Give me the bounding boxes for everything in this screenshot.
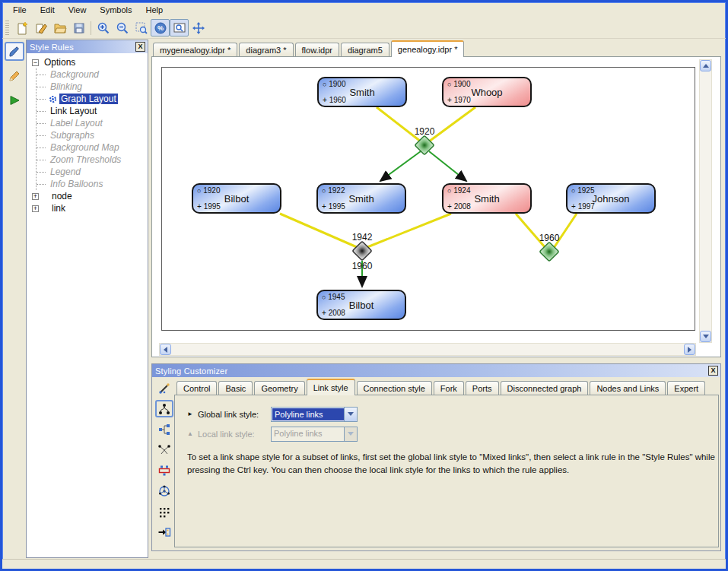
death-year: 1995 xyxy=(204,202,221,211)
tree-item-background-map[interactable]: Background Map xyxy=(37,141,148,154)
layout-grid-button[interactable] xyxy=(155,503,173,520)
menu-help[interactable]: Help xyxy=(139,4,170,17)
tree-item-info-balloons[interactable]: Info Balloons xyxy=(37,178,148,190)
tree-item-graph-layout[interactable]: Graph Layout xyxy=(37,93,148,105)
plus-box-icon[interactable]: + xyxy=(32,205,39,212)
minus-box-icon[interactable]: − xyxy=(32,59,39,66)
layout-circular-button[interactable] xyxy=(155,482,173,500)
customizer-tab-ports[interactable]: Ports xyxy=(466,381,499,395)
style-wand-button[interactable] xyxy=(155,379,173,397)
zoom-out-icon xyxy=(116,21,129,35)
death-icon: + xyxy=(197,202,202,211)
tree-item-subgraphs[interactable]: Subgraphs xyxy=(37,129,148,141)
person-node-smith-1924[interactable]: ○ 1924Smith+ 2008 xyxy=(442,183,532,214)
child-link[interactable] xyxy=(380,151,421,181)
menu-edit[interactable]: Edit xyxy=(33,4,62,17)
customizer-tab-geometry[interactable]: Geometry xyxy=(254,381,304,395)
zoom-percent-icon: % xyxy=(154,21,167,35)
tab-diagram5[interactable]: diagram5 xyxy=(341,43,389,57)
new-from-wizard-button[interactable] xyxy=(31,19,50,36)
zoom-percent-button[interactable]: % xyxy=(151,19,170,36)
union-node[interactable] xyxy=(352,241,371,260)
zoom-area-button[interactable] xyxy=(132,19,151,36)
tab-label: Nodes and Links xyxy=(596,384,659,393)
layout-bus-icon xyxy=(157,464,171,477)
person-node-johnson-1925[interactable]: ○ 1925Johnson+ 1997 xyxy=(566,183,656,214)
marriage-link[interactable] xyxy=(367,214,451,247)
person-node-whoop-1900[interactable]: ○ 1900Whoop+ 1970 xyxy=(442,77,532,107)
scroll-right-icon[interactable] xyxy=(684,344,695,355)
close-icon[interactable]: X xyxy=(135,42,145,52)
diagram-canvas[interactable]: 1920194219601960○ 1900Smith+ 1960○ 1900W… xyxy=(161,67,695,331)
tree-item-options[interactable]: −Options xyxy=(32,56,148,68)
tree-item-blinking[interactable]: Blinking xyxy=(37,81,148,93)
overview-button[interactable] xyxy=(170,19,189,36)
tree-item-label: link xyxy=(50,203,67,214)
document-tab-bar: mygenealogy.idpr *diagram3 *flow.idprdia… xyxy=(151,40,721,57)
tree-item-link[interactable]: +link xyxy=(32,202,148,214)
layout-hierarchical-button[interactable] xyxy=(155,400,173,417)
tree-item-node[interactable]: +node xyxy=(32,190,148,202)
menu-symbols[interactable]: Symbols xyxy=(93,4,138,17)
customizer-tab-nodes-and-links[interactable]: Nodes and Links xyxy=(590,381,666,395)
customizer-tab-fork[interactable]: Fork xyxy=(434,381,464,395)
plus-box-icon[interactable]: + xyxy=(32,193,39,200)
customizer-tab-basic[interactable]: Basic xyxy=(218,381,253,395)
tab-flow-idpr[interactable]: flow.idpr xyxy=(295,43,339,57)
global-link-style-combobox[interactable]: Polyline links xyxy=(271,407,358,422)
wizard-icon xyxy=(34,21,48,35)
marriage-link[interactable] xyxy=(280,214,357,247)
tree-item-zoom-thresholds[interactable]: Zoom Thresholds xyxy=(37,154,148,166)
scroll-left-icon[interactable] xyxy=(160,344,171,355)
pan-button[interactable] xyxy=(189,19,208,36)
person-node-bilbot-1945[interactable]: ○ 1945Bilbot+ 2008 xyxy=(316,290,406,320)
open-button[interactable] xyxy=(50,19,69,36)
run-button[interactable] xyxy=(5,90,24,109)
tab-mygenealogy-idpr[interactable]: mygenealogy.idpr * xyxy=(153,43,237,57)
menu-view[interactable]: View xyxy=(62,4,94,17)
edit-pencil-button[interactable] xyxy=(5,66,24,85)
layout-bus-button[interactable] xyxy=(155,462,173,479)
customizer-tab-control[interactable]: Control xyxy=(176,381,217,395)
child-link[interactable] xyxy=(429,151,466,181)
layout-drag-button[interactable] xyxy=(155,523,173,541)
horizontal-scrollbar[interactable] xyxy=(159,343,696,356)
zoom-in-button[interactable] xyxy=(94,19,113,36)
tree-item-background[interactable]: Background xyxy=(37,68,148,81)
death-icon: + xyxy=(323,96,327,104)
style-brush-button[interactable] xyxy=(5,42,24,61)
run-icon xyxy=(8,94,21,107)
tree-item-label-layout[interactable]: Label Layout xyxy=(37,117,148,129)
death-icon: + xyxy=(447,96,452,104)
close-icon[interactable]: X xyxy=(708,366,718,376)
scroll-down-icon[interactable] xyxy=(700,331,711,342)
customizer-tab-expert[interactable]: Expert xyxy=(667,381,705,395)
customizer-tab-connection-style[interactable]: Connection style xyxy=(357,381,432,395)
style-rules-titlebar[interactable]: Style Rules X xyxy=(27,40,148,53)
toolbar-grip[interactable] xyxy=(5,21,9,36)
customizer-tab-link-style[interactable]: Link style xyxy=(307,379,355,395)
layout-routing-button[interactable] xyxy=(155,441,173,458)
person-node-smith-1922[interactable]: ○ 1922Smith+ 1995 xyxy=(316,183,406,214)
side-toolbar xyxy=(2,39,26,559)
save-button[interactable] xyxy=(69,19,88,36)
styling-customizer-panel: Styling Customizer X xyxy=(151,363,721,551)
scroll-up-icon[interactable] xyxy=(700,60,711,71)
customizer-titlebar[interactable]: Styling Customizer X xyxy=(152,364,720,377)
tree-item-legend[interactable]: Legend xyxy=(37,166,148,178)
chevron-down-icon[interactable] xyxy=(344,408,357,421)
person-node-smith-1900[interactable]: ○ 1900Smith+ 1960 xyxy=(317,77,407,107)
vertical-scrollbar[interactable] xyxy=(699,59,712,343)
layout-tree-button[interactable] xyxy=(155,420,173,438)
layout-tree-icon xyxy=(157,423,171,436)
tree-item-link-layout[interactable]: Link Layout xyxy=(37,105,148,117)
customizer-tab-disconnected-graph[interactable]: Disconnected graph xyxy=(501,381,589,395)
menu-file[interactable]: File xyxy=(6,4,33,17)
zoom-out-button[interactable] xyxy=(113,19,132,36)
tab-diagram3[interactable]: diagram3 * xyxy=(239,43,293,57)
open-folder-icon xyxy=(53,21,67,35)
tab-genealogy-idpr[interactable]: genealogy.idpr * xyxy=(391,40,465,57)
marriage-link[interactable] xyxy=(429,107,475,141)
new-document-button[interactable] xyxy=(12,19,31,36)
person-node-bilbot-1920[interactable]: ○ 1920Bilbot+ 1995 xyxy=(192,183,281,214)
